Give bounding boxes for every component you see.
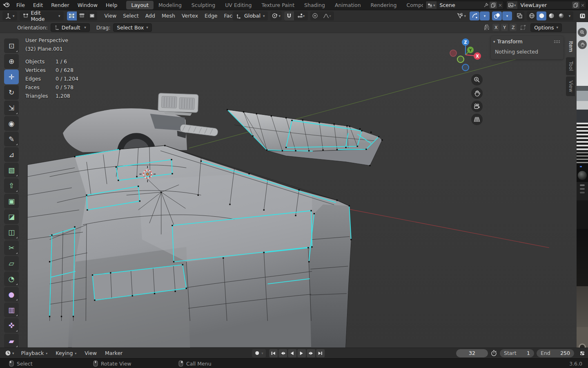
menu-window[interactable]: Window xyxy=(74,2,102,8)
tool-loop-cut[interactable]: ◫ xyxy=(4,225,19,240)
menu-mesh[interactable]: Mesh xyxy=(158,13,178,19)
mirror-y-toggle[interactable]: Y xyxy=(501,24,508,31)
menu-file[interactable]: File xyxy=(12,2,29,8)
orientation-dropdown[interactable]: Global xyxy=(233,11,268,20)
viewlayer-browse-button[interactable] xyxy=(507,1,517,9)
mesh-bumper[interactable] xyxy=(27,146,351,348)
unlink-scene-button[interactable] xyxy=(497,2,503,8)
tool-orientation-dropdown[interactable]: Default xyxy=(51,23,90,32)
menu-edge[interactable]: Edge xyxy=(201,13,220,19)
shading-rendered-button[interactable] xyxy=(556,11,566,20)
scene-browse-button[interactable] xyxy=(426,1,437,9)
tab-modeling[interactable]: Modeling xyxy=(154,1,187,9)
tab-uv-editing[interactable]: UV Editing xyxy=(220,1,256,9)
mirror-x-toggle[interactable]: X xyxy=(492,24,499,31)
tool-rotate[interactable]: ↻ xyxy=(4,85,19,100)
jump-to-start-button[interactable] xyxy=(269,349,278,357)
current-frame-field[interactable]: 32 xyxy=(456,349,488,357)
menu-keying[interactable]: Keying xyxy=(52,350,80,356)
sidebar-tab-view[interactable]: View xyxy=(566,76,575,96)
shading-solid-button[interactable] xyxy=(537,11,546,20)
panel-drag-dots-icon[interactable] xyxy=(554,40,560,43)
gizmo-neg-x[interactable] xyxy=(450,50,457,56)
gizmo-neg-y[interactable] xyxy=(457,56,464,63)
shading-dropdown[interactable] xyxy=(566,11,573,20)
tab-texture-paint[interactable]: Texture Paint xyxy=(256,1,299,9)
menu-select[interactable]: Select xyxy=(120,13,142,19)
timeline-editor-type-button[interactable] xyxy=(2,349,17,358)
show-overlays-toggle[interactable] xyxy=(492,11,502,20)
play-reverse-button[interactable] xyxy=(288,349,296,357)
viewport-canvas[interactable] xyxy=(0,33,577,348)
menu-playback[interactable]: Playback xyxy=(18,350,51,356)
tool-shear[interactable]: ▰ xyxy=(4,334,19,348)
stopwatch-icon[interactable] xyxy=(490,350,497,357)
tab-shading[interactable]: Shading xyxy=(299,1,330,9)
menu-view[interactable]: View xyxy=(101,13,120,19)
snap-toggle[interactable] xyxy=(284,11,294,20)
side-editor-strip[interactable] xyxy=(577,10,588,358)
show-gizmo-toggle[interactable] xyxy=(470,11,479,20)
jump-to-end-button[interactable] xyxy=(316,349,325,357)
overlays-dropdown[interactable] xyxy=(502,11,512,20)
transform-panel-header[interactable]: Transform xyxy=(491,36,564,45)
blender-logo-icon[interactable] xyxy=(0,2,12,8)
tab-animation[interactable]: Animation xyxy=(330,1,366,9)
tab-sculpting[interactable]: Sculpting xyxy=(187,1,220,9)
tool-annotate[interactable]: ✎ xyxy=(4,132,19,146)
xray-toggle[interactable] xyxy=(514,11,524,20)
tool-smooth[interactable]: ● xyxy=(4,287,19,302)
pan-button[interactable] xyxy=(471,88,483,99)
tool-scale[interactable]: ⇲ xyxy=(4,101,19,115)
gizmo-neg-z[interactable] xyxy=(462,64,469,71)
side-editor-footer[interactable] xyxy=(577,348,588,358)
play-button[interactable] xyxy=(297,349,306,357)
menu-vertex[interactable]: Vertex xyxy=(178,13,201,19)
viewlayer-name[interactable]: ViewLayer xyxy=(517,2,572,8)
tool-knife[interactable]: ✂ xyxy=(4,240,19,255)
menu-add[interactable]: Add xyxy=(142,13,158,19)
viewport-3d[interactable]: ⊡⊕✛↻⇲◉✎⊿▧⇧▣◪◫✂▱◔●▥✜▰ User Perspective (3… xyxy=(0,33,577,348)
tool-transform[interactable]: ◉ xyxy=(4,116,19,131)
next-keyframe-button[interactable] xyxy=(307,349,315,357)
options-dropdown[interactable]: Options xyxy=(530,23,562,32)
navigation-gizmo[interactable]: Z Y X xyxy=(448,36,488,75)
auto-key-button[interactable] xyxy=(255,351,259,355)
perspective-toggle-button[interactable] xyxy=(471,114,483,125)
editor-type-button[interactable] xyxy=(2,11,17,20)
shading-material-button[interactable] xyxy=(546,11,556,20)
menu-edit[interactable]: Edit xyxy=(29,2,47,8)
strip-pan-button[interactable] xyxy=(578,40,587,49)
new-viewlayer-button[interactable] xyxy=(572,2,579,9)
tool-add-cube[interactable]: ▧ xyxy=(4,163,19,177)
vertex-select-button[interactable] xyxy=(67,11,77,20)
frame-end-field[interactable]: End250 xyxy=(537,349,574,357)
menu-marker[interactable]: Marker xyxy=(101,350,126,356)
mesh-wing[interactable] xyxy=(227,110,382,166)
tool-move[interactable]: ✛ xyxy=(4,70,19,84)
tool-measure[interactable]: ⊿ xyxy=(4,147,19,162)
auto-key-dropdown[interactable] xyxy=(261,351,263,355)
tab-rendering[interactable]: Rendering xyxy=(366,1,402,9)
scene-name[interactable]: Scene xyxy=(437,2,482,8)
menu-tl-view[interactable]: View xyxy=(81,350,100,356)
tool-cursor[interactable]: ⊕ xyxy=(4,54,19,69)
proportional-editing-toggle[interactable] xyxy=(310,11,320,20)
drag-mode-dropdown[interactable]: Select Box xyxy=(113,23,151,32)
edge-select-button[interactable] xyxy=(77,11,87,20)
sidebar-tab-tool[interactable]: Tool xyxy=(566,57,575,75)
menu-render[interactable]: Render xyxy=(47,2,74,8)
menu-help[interactable]: Help xyxy=(102,2,122,8)
strip-zoom-button[interactable] xyxy=(578,28,587,37)
frame-start-field[interactable]: Start1 xyxy=(500,349,534,357)
pivot-point-dropdown[interactable] xyxy=(270,11,282,20)
tool-poly-build[interactable]: ▱ xyxy=(4,256,19,271)
tool-select-box[interactable]: ⊡ xyxy=(4,38,19,53)
tool-extrude-region[interactable]: ⇧ xyxy=(4,178,19,193)
tool-bevel[interactable]: ◪ xyxy=(4,209,19,224)
sidebar-tab-item[interactable]: Item xyxy=(566,37,575,56)
tab-layout[interactable]: Layout xyxy=(126,1,154,9)
zoom-button[interactable] xyxy=(471,74,483,85)
camera-view-button[interactable] xyxy=(471,101,483,112)
pin-icon[interactable] xyxy=(482,2,490,9)
